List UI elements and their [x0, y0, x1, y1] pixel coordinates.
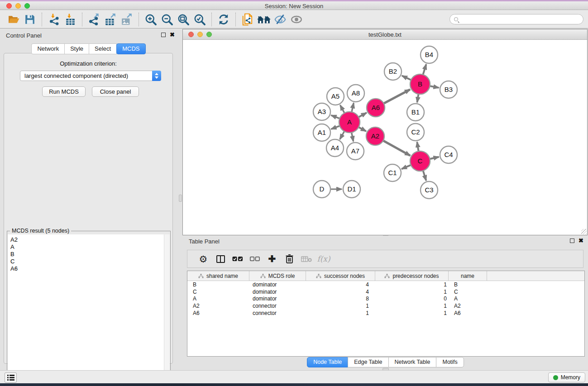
zoom-selected-button[interactable] — [191, 12, 208, 27]
vertical-splitter-grip[interactable] — [179, 195, 182, 202]
tab-network-table[interactable]: Network Table — [388, 357, 437, 367]
graph-node-C2[interactable]: C2 — [407, 124, 424, 141]
hide-graphics-details-button[interactable] — [272, 12, 288, 27]
tab-mcds[interactable]: MCDS — [116, 43, 145, 54]
resize-handle[interactable] — [581, 229, 587, 234]
graph-node-B[interactable]: B — [410, 74, 430, 94]
export-network-button[interactable] — [86, 12, 102, 27]
column-header-shared-name[interactable]: shared name — [187, 271, 249, 281]
graph-node-B1[interactable]: B1 — [407, 104, 424, 121]
zoom-fit-button[interactable] — [175, 12, 191, 27]
new-network-from-selection-button[interactable] — [239, 12, 256, 27]
graph-node-C3[interactable]: C3 — [421, 181, 438, 199]
graph-node-B3[interactable]: B3 — [440, 81, 457, 98]
delete-column-icon — [286, 254, 293, 263]
search-input[interactable] — [461, 15, 579, 24]
export-image-button[interactable] — [119, 12, 135, 27]
graph-node-A6[interactable]: A6 — [367, 99, 385, 117]
graph-node-A3[interactable]: A3 — [313, 103, 330, 120]
refresh-button[interactable] — [215, 12, 232, 27]
table-row[interactable]: A6connector11A6 — [187, 310, 584, 317]
control-panel: Control Panel ✖ NetworkStyleSelectMCDS O… — [0, 29, 177, 370]
graph-node-A2[interactable]: A2 — [366, 127, 384, 145]
control-panel-tabs: NetworkStyleSelectMCDS — [0, 43, 177, 54]
tab-network[interactable]: Network — [31, 43, 65, 54]
import-table-icon — [65, 14, 76, 25]
table-row[interactable]: A2connector11A2 — [187, 303, 584, 310]
result-item[interactable]: A2 — [8, 236, 170, 243]
close-panel-icon[interactable]: ✖ — [170, 33, 175, 37]
result-scrollbar[interactable] — [164, 234, 170, 386]
delete-column-button[interactable] — [281, 251, 298, 267]
svg-text:C2: C2 — [411, 128, 420, 136]
cell: dominator — [249, 295, 306, 303]
import-table-button[interactable] — [62, 12, 78, 27]
svg-text:A6: A6 — [372, 104, 380, 111]
export-table-button[interactable] — [102, 12, 119, 27]
result-item[interactable]: A6 — [8, 265, 170, 272]
new-network-from-selection-icon — [242, 13, 253, 26]
graph-node-A1[interactable]: A1 — [313, 124, 330, 141]
graph-node-A[interactable]: A — [339, 112, 360, 133]
column-header-predecessor-nodes[interactable]: predecessor nodes — [375, 271, 449, 281]
task-history-button[interactable] — [5, 372, 17, 383]
mcds-result-list[interactable]: A2ABCA6 — [8, 234, 170, 386]
tab-select[interactable]: Select — [89, 43, 117, 54]
tab-edge-table[interactable]: Edge Table — [348, 357, 388, 367]
zoom-in-button[interactable] — [143, 12, 159, 27]
tab-style[interactable]: Style — [64, 43, 89, 54]
float-panel-icon[interactable] — [161, 33, 166, 37]
result-item[interactable]: A — [8, 243, 170, 251]
open-file-button[interactable] — [5, 12, 22, 27]
svg-text:B2: B2 — [389, 67, 397, 75]
close-panel-icon[interactable]: ✖ — [578, 238, 583, 243]
graph-node-A4[interactable]: A4 — [326, 139, 344, 157]
criterion-select[interactable]: largest connected component (directed) — [20, 71, 161, 81]
search-field[interactable] — [449, 14, 583, 24]
column-browser-button[interactable] — [212, 251, 229, 267]
toolbar-separator — [82, 13, 82, 26]
column-header-name[interactable]: name — [449, 271, 487, 281]
table-row[interactable]: Cdominator41C — [187, 289, 584, 296]
toolbar-separator — [139, 13, 139, 26]
graph-node-A8[interactable]: A8 — [347, 85, 364, 102]
graph-node-B2[interactable]: B2 — [384, 63, 402, 80]
network-window-titlebar[interactable]: testGlobe.txt — [183, 29, 587, 40]
run-mcds-button[interactable]: Run MCDS — [42, 86, 86, 97]
graph-node-A7[interactable]: A7 — [347, 143, 364, 160]
save-session-button[interactable] — [22, 12, 38, 27]
graph-node-B4[interactable]: B4 — [421, 46, 438, 63]
result-item[interactable]: B — [8, 251, 170, 258]
select-all-button[interactable] — [229, 251, 246, 267]
graph-node-D[interactable]: D — [313, 181, 330, 198]
result-item[interactable]: C — [8, 258, 170, 265]
unselect-all-button[interactable] — [246, 251, 263, 267]
column-header-successor-nodes[interactable]: successor nodes — [306, 271, 375, 281]
memory-button[interactable]: Memory — [548, 372, 585, 382]
svg-text:A5: A5 — [331, 92, 339, 100]
table-row[interactable]: Adominator80A — [187, 295, 584, 303]
table-settings-button[interactable]: ⚙ — [195, 251, 212, 267]
zoom-out-button[interactable] — [159, 12, 175, 27]
column-header-MCDS-role[interactable]: MCDS role — [249, 271, 306, 281]
node-table[interactable]: shared nameMCDS rolesuccessor nodesprede… — [187, 271, 585, 357]
graph-node-C1[interactable]: C1 — [384, 164, 401, 181]
graph-node-D1[interactable]: D1 — [343, 181, 360, 198]
graph-node-C4[interactable]: C4 — [440, 146, 457, 163]
close-panel-button[interactable]: Close panel — [92, 86, 139, 97]
cell: 1 — [375, 281, 449, 289]
network-graph-canvas[interactable]: A5A8A3A1A4A7B2B4B3B1C2C4C1C3DD1A6A2ABC — [183, 40, 587, 235]
graph-node-C[interactable]: C — [410, 151, 430, 171]
float-panel-icon[interactable] — [570, 238, 574, 243]
zoom-in-icon — [144, 13, 157, 26]
svg-text:A4: A4 — [331, 144, 339, 152]
graph-node-A5[interactable]: A5 — [327, 88, 344, 105]
add-column-button[interactable]: ✚ — [263, 251, 281, 267]
tab-motifs[interactable]: Motifs — [436, 357, 464, 367]
table-row[interactable]: Bdominator41B — [187, 281, 584, 289]
birds-eye-view-button[interactable] — [288, 12, 305, 27]
svg-text:B4: B4 — [425, 51, 433, 58]
home-button[interactable] — [256, 12, 272, 27]
import-network-button[interactable] — [46, 12, 62, 27]
tab-node-table[interactable]: Node Table — [307, 357, 348, 367]
